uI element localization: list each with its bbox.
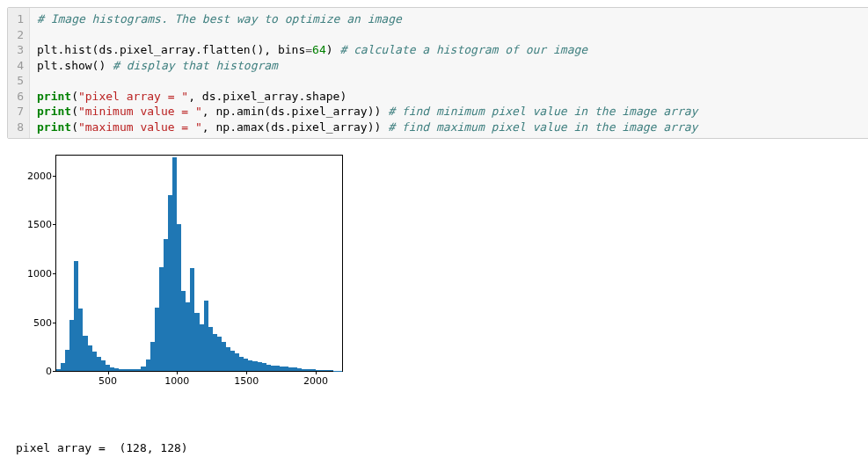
code-line (37, 27, 867, 43)
code-line: # Image histograms. The best way to opti… (37, 11, 867, 27)
y-tick-mark (53, 323, 56, 323)
line-gutter: 12345678 (8, 8, 30, 138)
x-tick-mark (316, 371, 317, 374)
x-tick-mark (108, 371, 109, 374)
code-line: plt.show() # display that histogram (37, 58, 867, 74)
y-tick-label: 500 (17, 316, 52, 328)
code-line: print("pixel array = ", ds.pixel_array.s… (37, 89, 867, 105)
y-tick-label: 0 (17, 366, 52, 377)
line-number: 3 (11, 42, 24, 58)
line-number: 2 (11, 27, 24, 43)
y-tick-label: 1000 (17, 268, 52, 280)
y-tick-label: 2000 (17, 170, 52, 181)
x-tick-label: 2000 (303, 375, 328, 387)
y-tick-mark (53, 371, 56, 372)
code-line: plt.hist(ds.pixel_array.flatten(), bins=… (37, 42, 867, 58)
line-number: 6 (11, 89, 24, 105)
y-tick-mark (53, 176, 56, 177)
line-number: 5 (11, 73, 24, 89)
line-number: 8 (11, 120, 24, 135)
y-tick-mark (53, 224, 56, 225)
code-line (37, 73, 867, 89)
x-tick-label: 500 (98, 375, 117, 387)
line-number: 7 (11, 104, 24, 120)
output-area: 0500100015002000500100015002000 pixel ar… (7, 144, 868, 472)
stdout-line: pixel array = (128, 128) (16, 440, 868, 456)
line-number: 1 (11, 11, 24, 27)
code-cell-1: 12345678 # Image histograms. The best wa… (7, 7, 868, 139)
code-line: print("minimum value = ", np.amin(ds.pix… (37, 104, 867, 120)
histogram-chart: 0500100015002000500100015002000 (16, 155, 341, 403)
y-tick-mark (53, 273, 56, 274)
line-number: 4 (11, 58, 24, 74)
x-tick-mark (177, 371, 178, 374)
plot-axes: 0500100015002000500100015002000 (55, 155, 343, 372)
x-tick-label: 1000 (164, 375, 189, 387)
x-tick-label: 1500 (234, 375, 259, 387)
code-line: print("maximum value = ", np.amax(ds.pix… (37, 120, 867, 135)
stdout-text: pixel array = (128, 128) minimum value =… (16, 410, 868, 472)
code-body[interactable]: # Image histograms. The best way to opti… (30, 8, 868, 138)
x-tick-mark (246, 371, 247, 374)
y-tick-label: 1500 (17, 219, 52, 230)
